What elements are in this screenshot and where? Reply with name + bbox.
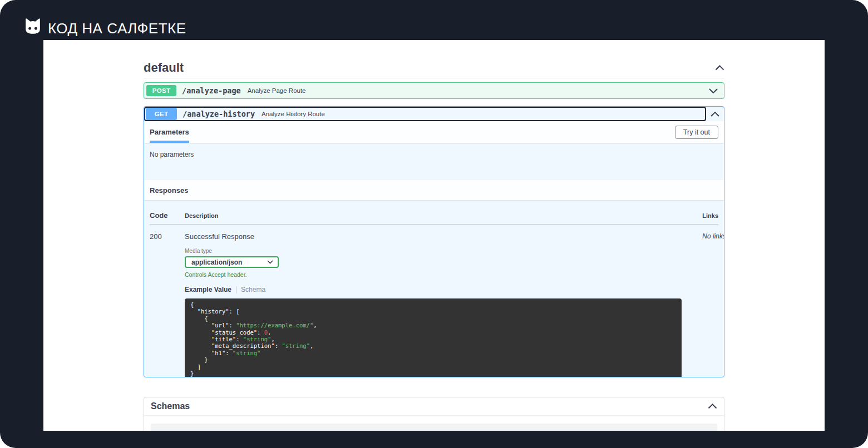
tag-title: default bbox=[144, 61, 184, 75]
cat-logo-icon bbox=[22, 17, 43, 37]
responses-title: Responses bbox=[150, 186, 188, 195]
collapse-operation-button[interactable] bbox=[706, 112, 724, 117]
method-badge-post: POST bbox=[146, 85, 176, 96]
response-links: No links bbox=[682, 232, 724, 240]
parameters-header: Parameters Try it out bbox=[144, 121, 724, 143]
site-header: КОД НА САЛФЕТКЕ bbox=[0, 0, 868, 40]
col-header-links: Links bbox=[674, 212, 718, 219]
col-header-code: Code bbox=[150, 211, 185, 220]
response-description: Successful Response bbox=[185, 232, 682, 241]
parameters-tab: Parameters bbox=[150, 128, 189, 143]
op-summary: Analyze Page Route bbox=[248, 87, 306, 94]
operation-summary-button[interactable]: GET /analyze-history Analyze History Rou… bbox=[144, 107, 706, 121]
schemas-header[interactable]: Schemas bbox=[144, 397, 724, 416]
tab-example-value[interactable]: Example Value bbox=[185, 286, 231, 293]
response-code: 200 bbox=[150, 232, 185, 241]
parameters-body: No parameters bbox=[144, 143, 724, 180]
tab-schema[interactable]: Schema bbox=[241, 286, 265, 293]
responses-table-header: Code Description Links bbox=[150, 211, 718, 225]
models-body: AnalyzeHistoryResponse bbox=[144, 416, 724, 431]
opblock-get-analyze-history: GET /analyze-history Analyze History Rou… bbox=[144, 106, 724, 377]
try-it-out-button[interactable]: Try it out bbox=[675, 126, 718, 139]
example-schema-tabs: Example Value Schema bbox=[185, 286, 682, 293]
responses-body: Code Description Links 200 Successful Re… bbox=[144, 200, 724, 377]
opblock-post-analyze-page[interactable]: POST /analyze-page Analyze Page Route bbox=[144, 82, 724, 99]
chevron-up-icon[interactable] bbox=[715, 65, 724, 71]
op-path: /analyze-page bbox=[182, 86, 241, 95]
responses-header: Responses bbox=[144, 180, 724, 200]
schemas-title: Schemas bbox=[151, 401, 190, 411]
media-type-select[interactable]: application/json bbox=[185, 256, 279, 268]
model-analyze-history-response[interactable]: AnalyzeHistoryResponse bbox=[151, 424, 717, 431]
tag-section-header[interactable]: default bbox=[144, 60, 724, 76]
media-type-label: Media type bbox=[185, 248, 682, 254]
op-summary: Analyze History Route bbox=[262, 111, 325, 117]
app-frame: КОД НА САЛФЕТКЕ default POST /analyze-pa… bbox=[0, 0, 868, 448]
method-badge-get: GET bbox=[146, 108, 177, 120]
swagger-card: default POST /analyze-page Analyze Page … bbox=[43, 40, 825, 431]
media-type-value: application/json bbox=[191, 258, 242, 266]
no-parameters-text: No parameters bbox=[150, 151, 194, 158]
tab-separator bbox=[236, 286, 236, 293]
chevron-down-icon bbox=[267, 260, 273, 264]
op-path: /analyze-history bbox=[183, 109, 255, 118]
expand-operation-button bbox=[709, 88, 718, 93]
tag-divider bbox=[144, 78, 724, 78]
site-title: КОД НА САЛФЕТКЕ bbox=[48, 20, 186, 37]
chevron-up-icon bbox=[711, 112, 719, 117]
schemas-section: Schemas AnalyzeHistoryResponse bbox=[144, 397, 724, 431]
accept-header-note: Controls Accept header. bbox=[185, 271, 682, 278]
response-row-200: 200 Successful Response Media type appli… bbox=[150, 225, 718, 377]
example-json-code: { "history": [ { "url": "https://example… bbox=[185, 298, 682, 377]
chevron-up-icon[interactable] bbox=[708, 404, 717, 409]
col-header-description: Description bbox=[185, 212, 674, 219]
chevron-down-icon[interactable] bbox=[709, 88, 718, 93]
